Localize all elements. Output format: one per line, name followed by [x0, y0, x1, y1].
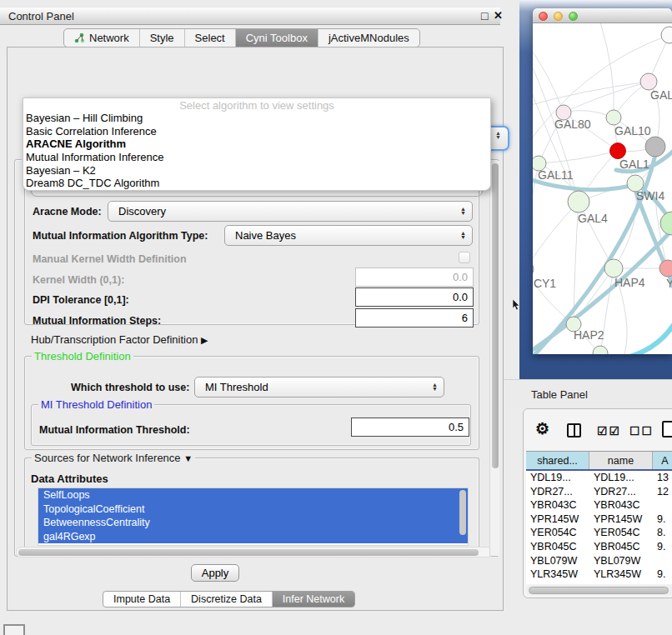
table-cell: YER054C — [526, 526, 589, 540]
mi-steps-field[interactable]: 6 — [355, 308, 474, 328]
combobox-stepper-icon: ▲▼ — [460, 232, 466, 239]
table-cell: YLR345W — [589, 568, 653, 582]
bottom-corner-button[interactable] — [3, 624, 25, 635]
minimize-traffic-light-icon[interactable] — [554, 12, 563, 21]
mouse-cursor — [512, 299, 520, 311]
table-cell: YBR043C — [526, 498, 589, 512]
table-row[interactable]: YPR145WYPR145W9. — [526, 512, 672, 527]
table-cell: YBL079W — [526, 554, 589, 568]
algorithm-dropdown-placeholder: Select algorithm to view settings — [23, 98, 490, 112]
data-attributes-label: Data Attributes — [31, 472, 108, 485]
float-window-icon[interactable]: □ — [481, 9, 488, 22]
node-gal-partial — [640, 73, 657, 90]
algorithm-option[interactable]: Mutual Information Inference — [23, 151, 490, 164]
table-row[interactable]: YLR345WYLR345W9. — [526, 568, 672, 582]
algorithm-option[interactable]: Dream8 DC_TDC Algorithm — [23, 177, 490, 190]
table-cell: 9. — [653, 540, 672, 554]
svg-text:GAL80: GAL80 — [554, 118, 591, 131]
data-attributes-list[interactable]: SelfLoopsTopologicalCoefficientBetweenne… — [38, 488, 469, 546]
table-cell: YER054C — [589, 526, 653, 540]
table-row[interactable]: YER054CYER054C8. — [526, 526, 672, 540]
algorithm-option[interactable]: ARACNE Algorithm — [23, 138, 490, 151]
hub-definition-expander[interactable]: Hub/Transcription Factor Definition ▶ — [31, 333, 208, 346]
table-row[interactable]: YDR27...YDR27...12 — [526, 485, 672, 499]
tab-cyni-toolbox[interactable]: Cyni Toolbox — [236, 29, 318, 47]
network-graph: GAL GAL80 GAL10 GAL1 GAL11 SWI4 GAL4 GCY… — [533, 23, 672, 354]
network-edge-cyan — [629, 321, 672, 354]
select-all-icon[interactable]: ☑☑ — [597, 424, 621, 438]
data-attribute-item[interactable]: gal4RGexp — [38, 530, 468, 544]
column-header-name[interactable]: name — [589, 452, 653, 469]
table-cell: 13 — [653, 471, 672, 485]
tab-discretize-data[interactable]: Discretize Data — [181, 592, 273, 607]
tab-style[interactable]: Style — [140, 29, 185, 47]
table-cell: YPR145W — [589, 512, 653, 527]
svg-text:SWI4: SWI4 — [636, 189, 664, 202]
table-cell — [653, 498, 672, 512]
apply-button[interactable]: Apply — [191, 564, 239, 582]
mi-algorithm-type-combobox[interactable]: Naive Bayes ▲▼ — [224, 225, 473, 246]
data-attribute-item[interactable]: BetweennessCentrality — [38, 516, 468, 530]
settings-vertical-scrollbar[interactable] — [489, 161, 499, 556]
network-canvas[interactable]: GAL GAL80 GAL10 GAL1 GAL11 SWI4 GAL4 GCY… — [533, 23, 672, 354]
table-cell — [653, 554, 672, 568]
mi-threshold-field[interactable]: 0.5 — [351, 418, 469, 437]
tab-jactivemnodules[interactable]: jActiveMNodules — [318, 29, 419, 47]
threshold-definition-title: Threshold Definition — [32, 350, 133, 362]
table-cell: YLR345W — [526, 568, 589, 582]
deselect-all-icon[interactable]: ☐☐ — [629, 424, 654, 438]
table-cell: 12 — [653, 485, 672, 499]
table-horizontal-scrollbar[interactable] — [526, 585, 672, 595]
svg-text:GAL11: GAL11 — [538, 168, 574, 182]
table-cell: YDR27... — [526, 485, 589, 499]
kernel-width-field[interactable]: 0.0 — [355, 268, 474, 287]
close-window-icon[interactable]: ✕ — [494, 9, 503, 22]
tab-select[interactable]: Select — [185, 29, 236, 47]
sources-title[interactable]: Sources for Network Inference ▼ — [32, 452, 195, 464]
aracne-mode-combobox[interactable]: Discovery ▲▼ — [108, 201, 473, 222]
dpi-tolerance-field[interactable]: 0.0 — [355, 288, 474, 307]
tab-infer-network[interactable]: Infer Network — [273, 592, 354, 607]
algorithm-dropdown-list: Select algorithm to view settings Bayesi… — [23, 98, 491, 191]
manual-kernel-width-checkbox[interactable] — [459, 252, 470, 263]
network-view-window[interactable]: GAL GAL80 GAL10 GAL1 GAL11 SWI4 GAL4 GCY… — [533, 8, 672, 354]
settings-gear-icon[interactable]: ⚙ — [535, 419, 549, 438]
algorithm-option[interactable]: Basic Correlation Inference — [23, 125, 490, 138]
table-cell: 9. — [653, 512, 672, 527]
new-table-icon[interactable] — [662, 421, 672, 438]
table-row[interactable]: YBR043CYBR043C — [526, 498, 672, 512]
control-panel-title: Control Panel — [8, 10, 74, 22]
algorithm-option[interactable]: Bayesian – K2 — [23, 164, 490, 178]
data-attribute-item[interactable]: SelfLoops — [38, 488, 468, 502]
split-panel-icon[interactable] — [567, 423, 581, 438]
attributes-scrollbar[interactable] — [459, 490, 466, 535]
table-cell: YDL19... — [589, 471, 653, 485]
table-cell: YPR145W — [526, 512, 589, 527]
table-cell: YDR27... — [589, 485, 653, 499]
column-header-partial[interactable]: A — [653, 452, 672, 469]
settings-horizontal-scrollbar[interactable] — [16, 547, 493, 558]
tab-impute-data[interactable]: Impute Data — [103, 592, 181, 607]
table-row[interactable]: YBR045CYBR045C9. — [526, 540, 672, 554]
close-traffic-light-icon[interactable] — [539, 12, 548, 21]
manual-kernel-width-label: Manual Kernel Width Definition — [33, 253, 187, 265]
svg-text:GCY1: GCY1 — [533, 277, 556, 290]
node-table: shared... name A YDL19...YDL19...13YDR27… — [526, 451, 672, 584]
node-unlabeled — [661, 27, 672, 43]
table-cell: YBR043C — [589, 498, 653, 512]
network-tab-icon — [74, 32, 85, 43]
aracne-mode-label: Aracne Mode: — [33, 206, 102, 218]
which-threshold-combobox[interactable]: MI Threshold ▲▼ — [194, 377, 444, 398]
tab-network[interactable]: Network — [64, 29, 140, 47]
table-row[interactable]: YDL19...YDL19...13 — [526, 471, 672, 485]
data-attribute-item[interactable]: TopologicalCoefficient — [38, 502, 468, 517]
column-header-shared-name[interactable]: shared... — [526, 452, 589, 469]
table-row[interactable]: YBL079WYBL079W — [526, 554, 672, 568]
zoom-traffic-light-icon[interactable] — [569, 12, 578, 21]
kernel-width-label: Kernel Width (0,1): — [33, 274, 124, 286]
combobox-stepper-icon: ▲▼ — [460, 208, 466, 215]
which-threshold-label: Which threshold to use: — [71, 382, 189, 393]
algorithm-option[interactable]: Bayesian – Hill Climbing — [23, 112, 490, 125]
table-panel-title: Table Panel — [531, 388, 588, 401]
table-cell: YBR045C — [589, 540, 653, 554]
